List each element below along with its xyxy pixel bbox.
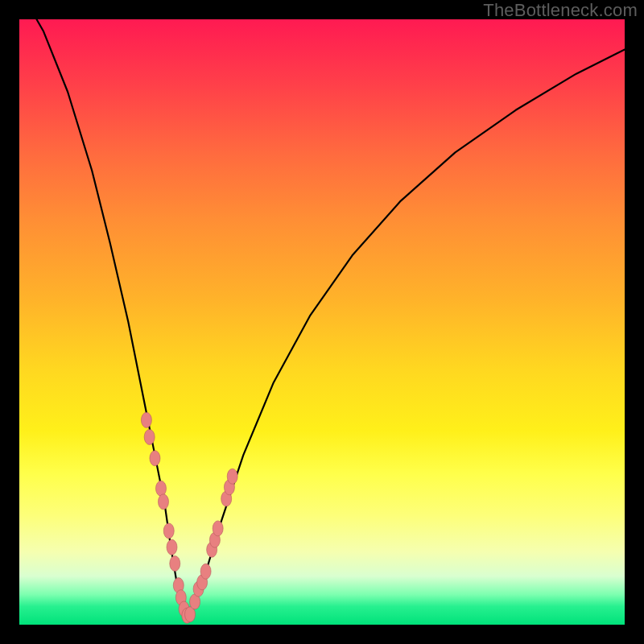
marker xyxy=(150,451,160,466)
marker xyxy=(227,469,237,484)
marker xyxy=(141,412,151,427)
bottleneck-curve xyxy=(19,0,625,618)
marker xyxy=(144,429,155,444)
chart-svg xyxy=(19,19,625,625)
chart-frame: TheBottleneck.com xyxy=(0,0,644,644)
marker xyxy=(155,481,166,496)
marker xyxy=(200,564,211,579)
marker xyxy=(163,523,174,539)
marker xyxy=(158,494,168,510)
marker xyxy=(213,521,223,536)
marker xyxy=(170,556,180,572)
marker xyxy=(167,539,177,555)
watermark-text: TheBottleneck.com xyxy=(483,0,638,21)
plot-area xyxy=(19,19,625,625)
